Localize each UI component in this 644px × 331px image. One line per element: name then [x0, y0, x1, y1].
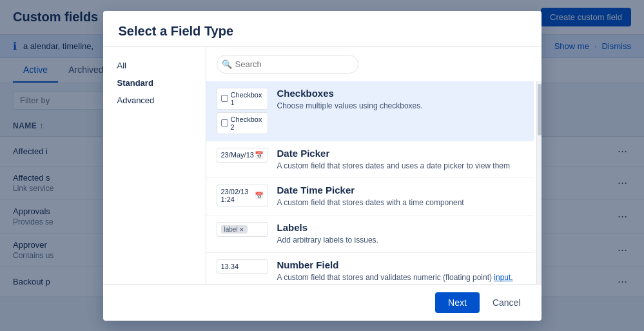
field-type-date-picker[interactable]: 23/May/13 📅 Date Picker A custom field t… — [206, 141, 534, 179]
modal-content-area: 🔍 Checkbox 1 — [206, 47, 542, 284]
datetimepicker-preview: 23/02/13 1:24 📅 — [217, 185, 268, 206]
field-type-desc: A custom field that stores dates with a … — [277, 197, 523, 208]
datetimepicker-info: Date Time Picker A custom field that sto… — [277, 185, 523, 208]
field-type-list: Checkbox 1 Checkbox 2 Checkboxes — [206, 81, 536, 284]
datepicker-preview: 23/May/13 📅 — [217, 148, 268, 163]
datepicker-info: Date Picker A custom field that stores d… — [277, 148, 523, 172]
next-button[interactable]: Next — [435, 292, 480, 313]
field-type-name: Date Picker — [277, 148, 523, 159]
field-type-labels[interactable]: label ✕ Labels Add arbitrary labels to i… — [206, 216, 534, 253]
checkbox-icon — [221, 95, 228, 102]
sidebar-item-all[interactable]: All — [111, 57, 198, 74]
search-input[interactable] — [217, 55, 358, 74]
field-type-desc: Choose multiple values using checkboxes. — [277, 101, 523, 112]
close-icon: ✕ — [239, 226, 244, 233]
search-icon: 🔍 — [222, 59, 232, 69]
number-preview: 13.34 — [217, 259, 268, 274]
page: Custom fields You currently have 59 acti… — [0, 0, 644, 331]
scroll-thumb[interactable] — [538, 84, 542, 135]
modal-sidebar: All Standard Advanced — [103, 47, 206, 284]
field-type-date-time-picker[interactable]: 23/02/13 1:24 📅 Date Time Picker A custo… — [206, 178, 534, 216]
field-type-desc: Add arbitrary labels to issues. — [277, 235, 523, 246]
search-row: 🔍 — [206, 47, 542, 81]
sidebar-item-standard[interactable]: Standard — [111, 75, 198, 91]
sidebar-item-advanced[interactable]: Advanced — [111, 92, 198, 108]
field-type-number-field[interactable]: 13.34 Number Field A custom field that s… — [206, 253, 534, 284]
scroll-indicator — [536, 81, 542, 284]
field-type-name: Number Field — [277, 259, 523, 270]
modal-header: Select a Field Type — [103, 11, 542, 47]
calendar-icon: 📅 — [255, 192, 264, 200]
field-type-name: Date Time Picker — [277, 185, 523, 196]
search-wrapper: 🔍 — [217, 55, 358, 74]
modal-title: Select a Field Type — [119, 24, 526, 39]
modal: Select a Field Type All Standard Advance… — [103, 11, 542, 321]
modal-overlay: Select a Field Type All Standard Advance… — [0, 0, 644, 331]
labels-info: Labels Add arbitrary labels to issues. — [277, 222, 523, 246]
field-type-desc: A custom field that stores dates and use… — [277, 161, 523, 172]
field-type-desc: A custom field that stores and validates… — [277, 272, 523, 283]
field-type-name: Labels — [277, 222, 523, 233]
number-field-info: Number Field A custom field that stores … — [277, 259, 523, 283]
checkbox-icon — [221, 119, 228, 126]
modal-body: All Standard Advanced 🔍 — [103, 47, 542, 284]
field-type-checkboxes[interactable]: Checkbox 1 Checkbox 2 Checkboxes — [206, 81, 534, 141]
field-type-name: Checkboxes — [277, 88, 523, 99]
checkboxes-info: Checkboxes Choose multiple values using … — [277, 88, 523, 112]
checkboxes-preview: Checkbox 1 Checkbox 2 — [217, 88, 268, 134]
cancel-button[interactable]: Cancel — [485, 292, 529, 313]
labels-preview: label ✕ — [217, 222, 268, 237]
calendar-icon: 📅 — [255, 151, 264, 159]
modal-footer: Next Cancel — [103, 284, 542, 321]
